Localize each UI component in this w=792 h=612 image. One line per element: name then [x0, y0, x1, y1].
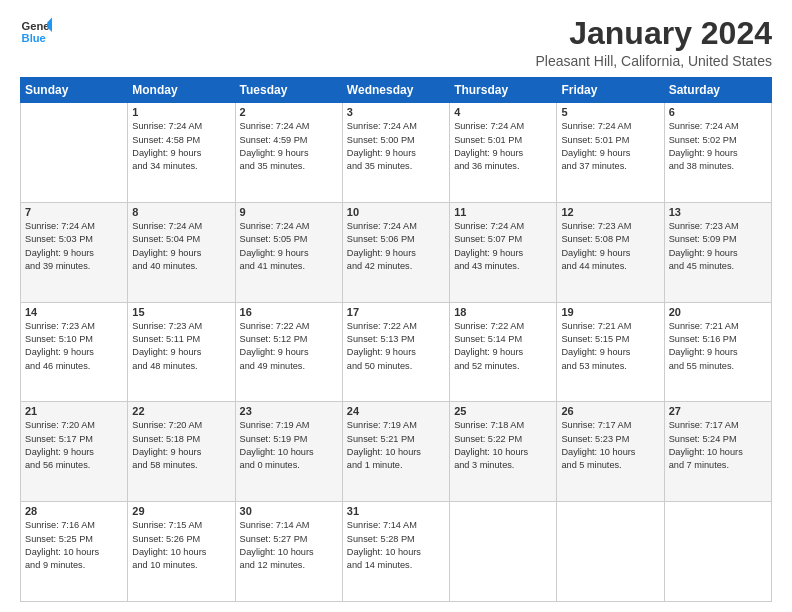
day-info: Sunrise: 7:14 AMSunset: 5:27 PMDaylight:… [240, 519, 338, 572]
day-info: Sunrise: 7:23 AMSunset: 5:09 PMDaylight:… [669, 220, 767, 273]
day-number: 25 [454, 405, 552, 417]
logo-icon: General Blue [20, 16, 52, 48]
calendar-cell: 18Sunrise: 7:22 AMSunset: 5:14 PMDayligh… [450, 302, 557, 402]
day-info: Sunrise: 7:18 AMSunset: 5:22 PMDaylight:… [454, 419, 552, 472]
day-info: Sunrise: 7:24 AMSunset: 5:01 PMDaylight:… [454, 120, 552, 173]
day-info: Sunrise: 7:17 AMSunset: 5:24 PMDaylight:… [669, 419, 767, 472]
day-info: Sunrise: 7:22 AMSunset: 5:12 PMDaylight:… [240, 320, 338, 373]
header: General Blue January 2024 Pleasant Hill,… [20, 16, 772, 69]
day-number: 2 [240, 106, 338, 118]
day-info: Sunrise: 7:24 AMSunset: 4:59 PMDaylight:… [240, 120, 338, 173]
calendar-cell: 14Sunrise: 7:23 AMSunset: 5:10 PMDayligh… [21, 302, 128, 402]
calendar-cell: 13Sunrise: 7:23 AMSunset: 5:09 PMDayligh… [664, 202, 771, 302]
calendar-cell: 17Sunrise: 7:22 AMSunset: 5:13 PMDayligh… [342, 302, 449, 402]
calendar-cell: 11Sunrise: 7:24 AMSunset: 5:07 PMDayligh… [450, 202, 557, 302]
calendar-cell: 28Sunrise: 7:16 AMSunset: 5:25 PMDayligh… [21, 502, 128, 602]
day-info: Sunrise: 7:24 AMSunset: 5:03 PMDaylight:… [25, 220, 123, 273]
subtitle: Pleasant Hill, California, United States [535, 53, 772, 69]
day-number: 9 [240, 206, 338, 218]
day-info: Sunrise: 7:21 AMSunset: 5:15 PMDaylight:… [561, 320, 659, 373]
day-number: 12 [561, 206, 659, 218]
day-info: Sunrise: 7:14 AMSunset: 5:28 PMDaylight:… [347, 519, 445, 572]
calendar-cell: 23Sunrise: 7:19 AMSunset: 5:19 PMDayligh… [235, 402, 342, 502]
day-info: Sunrise: 7:20 AMSunset: 5:17 PMDaylight:… [25, 419, 123, 472]
calendar-cell: 1Sunrise: 7:24 AMSunset: 4:58 PMDaylight… [128, 103, 235, 203]
day-number: 19 [561, 306, 659, 318]
calendar-table: Sunday Monday Tuesday Wednesday Thursday… [20, 77, 772, 602]
calendar-cell: 12Sunrise: 7:23 AMSunset: 5:08 PMDayligh… [557, 202, 664, 302]
calendar-cell: 10Sunrise: 7:24 AMSunset: 5:06 PMDayligh… [342, 202, 449, 302]
calendar-cell: 4Sunrise: 7:24 AMSunset: 5:01 PMDaylight… [450, 103, 557, 203]
day-number: 31 [347, 505, 445, 517]
day-number: 13 [669, 206, 767, 218]
calendar-cell: 29Sunrise: 7:15 AMSunset: 5:26 PMDayligh… [128, 502, 235, 602]
day-info: Sunrise: 7:24 AMSunset: 5:06 PMDaylight:… [347, 220, 445, 273]
day-number: 28 [25, 505, 123, 517]
day-number: 6 [669, 106, 767, 118]
calendar-cell: 27Sunrise: 7:17 AMSunset: 5:24 PMDayligh… [664, 402, 771, 502]
calendar-cell: 8Sunrise: 7:24 AMSunset: 5:04 PMDaylight… [128, 202, 235, 302]
day-number: 22 [132, 405, 230, 417]
day-info: Sunrise: 7:22 AMSunset: 5:13 PMDaylight:… [347, 320, 445, 373]
col-sunday: Sunday [21, 78, 128, 103]
day-info: Sunrise: 7:24 AMSunset: 5:00 PMDaylight:… [347, 120, 445, 173]
calendar-cell: 22Sunrise: 7:20 AMSunset: 5:18 PMDayligh… [128, 402, 235, 502]
col-thursday: Thursday [450, 78, 557, 103]
day-info: Sunrise: 7:24 AMSunset: 5:05 PMDaylight:… [240, 220, 338, 273]
day-info: Sunrise: 7:24 AMSunset: 5:04 PMDaylight:… [132, 220, 230, 273]
col-tuesday: Tuesday [235, 78, 342, 103]
day-number: 11 [454, 206, 552, 218]
calendar-cell: 3Sunrise: 7:24 AMSunset: 5:00 PMDaylight… [342, 103, 449, 203]
calendar-cell [450, 502, 557, 602]
calendar-cell: 15Sunrise: 7:23 AMSunset: 5:11 PMDayligh… [128, 302, 235, 402]
day-number: 17 [347, 306, 445, 318]
day-info: Sunrise: 7:20 AMSunset: 5:18 PMDaylight:… [132, 419, 230, 472]
day-number: 7 [25, 206, 123, 218]
day-number: 20 [669, 306, 767, 318]
calendar-cell: 25Sunrise: 7:18 AMSunset: 5:22 PMDayligh… [450, 402, 557, 502]
day-info: Sunrise: 7:22 AMSunset: 5:14 PMDaylight:… [454, 320, 552, 373]
calendar-cell: 9Sunrise: 7:24 AMSunset: 5:05 PMDaylight… [235, 202, 342, 302]
calendar-cell: 26Sunrise: 7:17 AMSunset: 5:23 PMDayligh… [557, 402, 664, 502]
day-info: Sunrise: 7:24 AMSunset: 5:01 PMDaylight:… [561, 120, 659, 173]
svg-text:Blue: Blue [22, 32, 46, 44]
day-number: 14 [25, 306, 123, 318]
calendar-week-row: 7Sunrise: 7:24 AMSunset: 5:03 PMDaylight… [21, 202, 772, 302]
col-wednesday: Wednesday [342, 78, 449, 103]
calendar-cell: 2Sunrise: 7:24 AMSunset: 4:59 PMDaylight… [235, 103, 342, 203]
calendar-cell [21, 103, 128, 203]
day-info: Sunrise: 7:23 AMSunset: 5:11 PMDaylight:… [132, 320, 230, 373]
day-info: Sunrise: 7:16 AMSunset: 5:25 PMDaylight:… [25, 519, 123, 572]
calendar-cell [557, 502, 664, 602]
day-number: 30 [240, 505, 338, 517]
day-info: Sunrise: 7:19 AMSunset: 5:19 PMDaylight:… [240, 419, 338, 472]
day-number: 15 [132, 306, 230, 318]
calendar-cell: 31Sunrise: 7:14 AMSunset: 5:28 PMDayligh… [342, 502, 449, 602]
day-info: Sunrise: 7:15 AMSunset: 5:26 PMDaylight:… [132, 519, 230, 572]
page: General Blue January 2024 Pleasant Hill,… [0, 0, 792, 612]
main-title: January 2024 [535, 16, 772, 51]
day-number: 23 [240, 405, 338, 417]
day-number: 3 [347, 106, 445, 118]
calendar-cell: 6Sunrise: 7:24 AMSunset: 5:02 PMDaylight… [664, 103, 771, 203]
calendar-cell [664, 502, 771, 602]
day-info: Sunrise: 7:24 AMSunset: 5:02 PMDaylight:… [669, 120, 767, 173]
day-info: Sunrise: 7:23 AMSunset: 5:10 PMDaylight:… [25, 320, 123, 373]
col-friday: Friday [557, 78, 664, 103]
calendar-cell: 5Sunrise: 7:24 AMSunset: 5:01 PMDaylight… [557, 103, 664, 203]
day-number: 18 [454, 306, 552, 318]
calendar-cell: 30Sunrise: 7:14 AMSunset: 5:27 PMDayligh… [235, 502, 342, 602]
day-number: 1 [132, 106, 230, 118]
calendar-cell: 7Sunrise: 7:24 AMSunset: 5:03 PMDaylight… [21, 202, 128, 302]
calendar-week-row: 14Sunrise: 7:23 AMSunset: 5:10 PMDayligh… [21, 302, 772, 402]
day-number: 24 [347, 405, 445, 417]
calendar-week-row: 28Sunrise: 7:16 AMSunset: 5:25 PMDayligh… [21, 502, 772, 602]
title-block: January 2024 Pleasant Hill, California, … [535, 16, 772, 69]
calendar-cell: 19Sunrise: 7:21 AMSunset: 5:15 PMDayligh… [557, 302, 664, 402]
day-number: 4 [454, 106, 552, 118]
day-info: Sunrise: 7:17 AMSunset: 5:23 PMDaylight:… [561, 419, 659, 472]
calendar-cell: 21Sunrise: 7:20 AMSunset: 5:17 PMDayligh… [21, 402, 128, 502]
day-number: 10 [347, 206, 445, 218]
col-monday: Monday [128, 78, 235, 103]
day-info: Sunrise: 7:21 AMSunset: 5:16 PMDaylight:… [669, 320, 767, 373]
